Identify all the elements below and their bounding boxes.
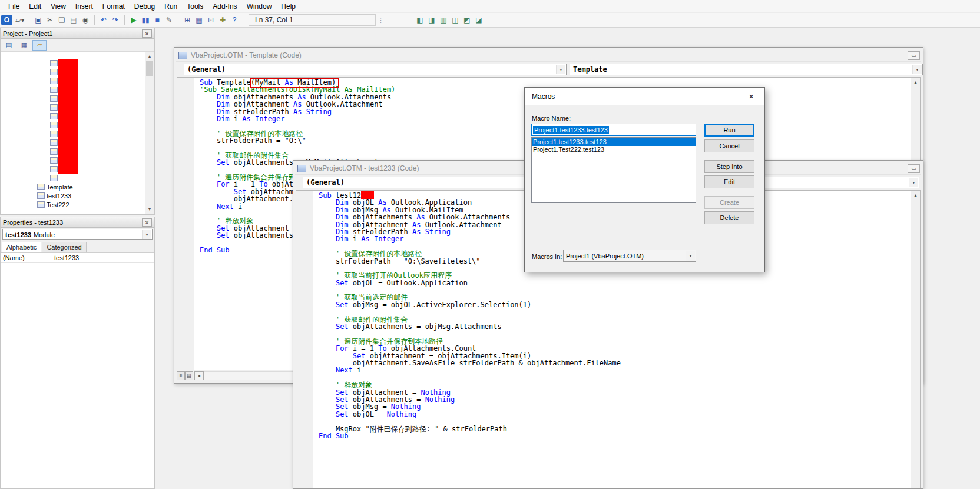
vertical-scrollbar[interactable]: ▴ ▾ (145, 52, 154, 214)
project-tree[interactable]: Templatetest1233Test222 ▴ ▾ (1, 52, 154, 214)
margin-indicator-bar (177, 78, 194, 370)
close-icon[interactable]: × (142, 218, 152, 227)
close-icon[interactable]: × (142, 29, 152, 38)
menu-item-add-ins[interactable]: Add-Ins (208, 1, 241, 12)
addin-icon-2[interactable]: ◨ (426, 14, 438, 26)
menu-item-file[interactable]: File (4, 1, 24, 12)
close-icon[interactable]: × (738, 88, 764, 105)
module-icon (50, 69, 58, 75)
window-titlebar[interactable]: VbaProject.OTM - Template (Code) ▭ (176, 49, 921, 62)
chevron-down-icon: ▾ (912, 65, 922, 74)
menu-item-help[interactable]: Help (276, 1, 300, 12)
design-mode-icon[interactable]: ✎ (163, 14, 175, 26)
view-object-icon[interactable]: ▦ (17, 40, 31, 51)
object-browser-icon[interactable]: ⊡ (205, 14, 217, 26)
code-line: Set objMsg = objOL.ActiveExplorer.Select… (319, 301, 910, 308)
toolbar-separator (124, 15, 125, 25)
redo-icon[interactable]: ↷ (110, 14, 121, 26)
scroll-left-icon[interactable]: ◂ (194, 371, 204, 380)
addin-icon-1[interactable]: ◧ (414, 14, 426, 26)
redaction-highlight-box (250, 78, 339, 88)
menu-item-run[interactable]: Run (160, 1, 182, 12)
dialog-button-cancel[interactable]: Cancel (704, 139, 754, 152)
dialog-title: Macros (532, 92, 555, 101)
scroll-up-icon[interactable]: ▴ (911, 191, 920, 199)
addin-icon-3[interactable]: ▥ (438, 14, 449, 26)
dialog-button-edit[interactable]: Edit (704, 175, 754, 188)
module-icon (50, 166, 58, 172)
project-explorer-panel: Project - Project1 × ▤▦▱ Templatetest123… (0, 28, 155, 215)
tree-item-redacted[interactable] (1, 174, 154, 182)
scroll-down-icon[interactable]: ▾ (145, 205, 154, 214)
vertical-scrollbar[interactable]: ▴ (911, 191, 920, 488)
menu-item-format[interactable]: Format (98, 1, 130, 12)
procedure-dropdown[interactable]: Template ▾ (570, 64, 923, 75)
module-icon (50, 104, 58, 111)
menu-item-window[interactable]: Window (242, 1, 277, 12)
view-code-icon[interactable]: ▤ (2, 40, 16, 51)
vba-editor-window: FileEditViewInsertFormatDebugRunToolsAdd… (0, 0, 980, 489)
tree-item-label: Test222 (47, 201, 69, 208)
properties-panel: Properties - test1233 × test1233 Module … (0, 217, 155, 489)
toolbar-grip[interactable]: ⋮ (378, 16, 384, 24)
module-icon (50, 113, 58, 119)
dialog-button-run[interactable]: Run (704, 124, 754, 137)
dialog-button-step-into[interactable]: Step Into (704, 160, 754, 173)
break-icon[interactable]: ▮▮ (140, 14, 151, 26)
insert-userform-icon[interactable]: ▱▾ (14, 14, 26, 26)
macros-in-dropdown[interactable]: Project1 (VbaProject.OTM) ▾ (563, 250, 696, 262)
property-value[interactable]: test1233 (52, 253, 154, 262)
save-icon[interactable]: ▣ (32, 14, 44, 26)
code-file-icon (178, 52, 187, 59)
maximize-button[interactable]: ▭ (908, 164, 920, 173)
code-line (319, 374, 910, 381)
panel-titlebar[interactable]: Properties - test1233 × (1, 217, 154, 228)
macro-name-input[interactable]: Project1.test1233.test123 (531, 124, 696, 136)
scrollbar-thumb[interactable] (146, 61, 153, 76)
scroll-up-icon[interactable]: ▴ (911, 78, 920, 87)
project-explorer-icon[interactable]: ⊞ (181, 14, 193, 26)
tab-categorized[interactable]: Categorized (42, 242, 86, 252)
tree-item-template[interactable]: Template (1, 182, 154, 191)
toolbox-icon[interactable]: ✚ (217, 14, 229, 26)
menu-item-view[interactable]: View (46, 1, 71, 12)
code-line: End Sub (319, 433, 910, 440)
menu-bar: FileEditViewInsertFormatDebugRunToolsAdd… (0, 0, 980, 13)
panel-titlebar[interactable]: Project - Project1 × (1, 28, 154, 39)
addin-icon-5[interactable]: ◩ (461, 14, 473, 26)
view-outlook-icon[interactable]: O (1, 15, 12, 25)
menu-item-debug[interactable]: Debug (130, 1, 160, 12)
reset-icon[interactable]: ■ (151, 14, 163, 26)
properties-window-icon[interactable]: ▦ (193, 14, 205, 26)
maximize-button[interactable]: ▭ (908, 51, 920, 60)
dialog-button-delete[interactable]: Delete (704, 211, 754, 224)
run-icon[interactable]: ▶ (128, 14, 140, 26)
find-icon[interactable]: ◉ (80, 14, 91, 26)
module-icon (50, 131, 58, 137)
addin-icon-6[interactable]: ◪ (473, 14, 485, 26)
help-icon[interactable]: ? (229, 14, 240, 26)
menu-item-tools[interactable]: Tools (182, 1, 208, 12)
tree-item-test1233[interactable]: test1233 (1, 191, 154, 200)
toggle-folders-icon[interactable]: ▱ (32, 40, 47, 51)
full-module-view-button[interactable]: ▤ (185, 371, 193, 380)
procedure-view-button[interactable]: ≡ (177, 371, 185, 380)
macro-list-item[interactable]: Project1.test1233.test123 (532, 138, 696, 146)
copy-icon[interactable]: ❏ (56, 14, 68, 26)
paste-icon[interactable]: ▤ (68, 14, 80, 26)
tab-alphabetic[interactable]: Alphabetic (2, 242, 41, 252)
undo-icon[interactable]: ↶ (98, 14, 110, 26)
dialog-titlebar[interactable]: Macros (525, 88, 764, 105)
menu-item-edit[interactable]: Edit (24, 1, 46, 12)
tree-item-test222[interactable]: Test222 (1, 200, 154, 209)
cut-icon[interactable]: ✂ (44, 14, 56, 26)
macro-list-item[interactable]: Project1.Test222.test123 (532, 146, 696, 154)
macro-list[interactable]: Project1.test1233.test123Project1.Test22… (531, 137, 696, 203)
properties-object-dropdown[interactable]: test1233 Module ▾ (2, 229, 153, 240)
chevron-down-icon: ▾ (686, 251, 695, 261)
menu-item-insert[interactable]: Insert (71, 1, 98, 12)
addin-icon-4[interactable]: ◫ (449, 14, 461, 26)
scroll-up-icon[interactable]: ▴ (145, 52, 154, 61)
object-dropdown[interactable]: (General) ▾ (184, 64, 567, 75)
property-row-name[interactable]: (Name) test1233 (1, 253, 154, 263)
